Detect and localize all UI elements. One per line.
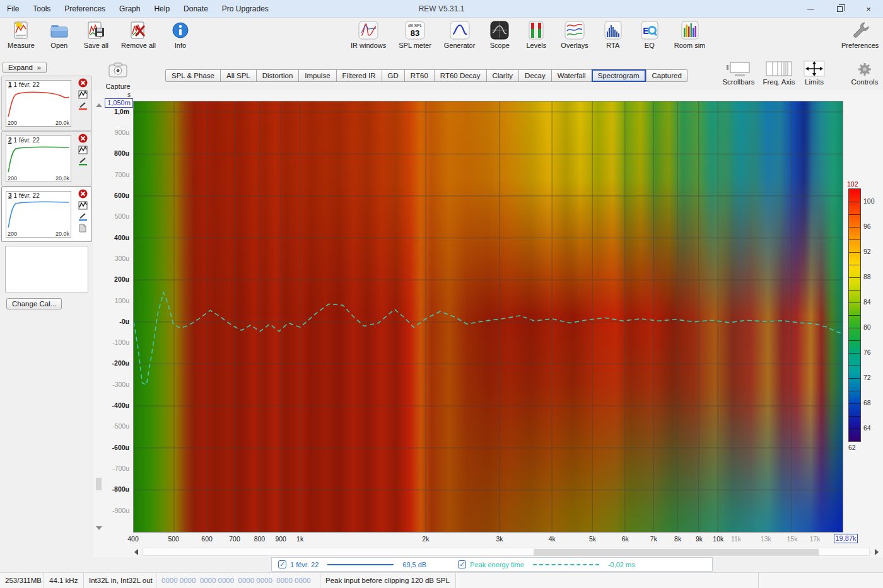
scroll-left-icon[interactable] (134, 549, 138, 555)
change-cal-button[interactable]: Change Cal... (6, 298, 62, 309)
rew-app-window: File Tools Preferences Graph Help Donate… (0, 0, 883, 588)
tab-gd[interactable]: GD (382, 69, 404, 82)
trace-color-icon[interactable] (78, 101, 88, 110)
x-tick-label: 17k (809, 535, 820, 543)
tab-distortion[interactable]: Distortion (256, 69, 299, 82)
freq-axis-button[interactable]: Freq. Axis (759, 61, 798, 86)
restore-icon (837, 6, 843, 12)
y-axis-top-limit[interactable]: 1,050m (105, 98, 133, 108)
generator-button[interactable]: Generator (441, 19, 478, 50)
tab-impulse[interactable]: Impulse (298, 69, 336, 82)
measurement-card-1[interactable]: 11 févr. 22 200 20,0k (1, 76, 92, 131)
x-tick-label: 6k (622, 535, 629, 543)
y-tick-label: 900u (115, 129, 129, 136)
menu-pro-upgrades[interactable]: Pro Upgrades (215, 0, 276, 18)
spl-meter-button[interactable]: dB SPL 83 SPL meter (396, 19, 434, 50)
scrollbars-icon (726, 61, 751, 77)
x-tick-label: 7k (650, 535, 657, 543)
menu-tools[interactable]: Tools (26, 0, 57, 18)
colorbar (848, 188, 861, 442)
y-tick-label: 200u (114, 275, 129, 283)
delete-measurement-icon[interactable] (78, 134, 88, 143)
camera-icon (105, 61, 131, 79)
graph-tab-bar: SPL & Phase All SPL Distortion Impulse F… (165, 69, 688, 82)
close-button[interactable]: × (854, 0, 883, 18)
measurement-notes-box[interactable] (5, 246, 88, 292)
trace-color-icon[interactable] (78, 157, 88, 166)
menu-preferences[interactable]: Preferences (57, 0, 112, 18)
scope-button[interactable]: Scope (485, 19, 514, 50)
rta-icon (602, 20, 624, 40)
menu-file[interactable]: File (0, 0, 26, 18)
y-tick-label: 800u (114, 149, 129, 157)
legend-bar: ✓ 1 févr. 22 69,5 dB ✓ Peak energy time … (271, 557, 713, 572)
x-scroll-track[interactable] (142, 548, 870, 556)
info-button[interactable]: Info (166, 19, 195, 50)
delete-measurement-icon[interactable] (78, 78, 88, 88)
rta-button[interactable]: RTA (599, 19, 628, 50)
x-tick-label: 800 (254, 535, 266, 543)
y-tick-label: -0u (119, 318, 129, 325)
x-tick-label: 400 (127, 535, 139, 543)
tab-rt60[interactable]: RT60 (404, 69, 434, 82)
trace-color-icon[interactable] (78, 212, 88, 221)
scroll-right-icon[interactable] (875, 549, 879, 555)
room-sim-button[interactable]: Room sim (672, 19, 708, 50)
minimize-button[interactable] (796, 0, 825, 18)
tab-all-spl[interactable]: All SPL (220, 69, 256, 82)
view-buttons: Scrollbars Freq. Axis Limits (720, 61, 879, 89)
y-tick-label: -200u (112, 359, 129, 367)
expand-button[interactable]: Expand » (3, 62, 47, 73)
tab-captured[interactable]: Captured (646, 69, 688, 82)
overlays-button[interactable]: Overlays (558, 19, 590, 50)
delete-measurement-icon[interactable] (78, 189, 88, 199)
tab-clarity[interactable]: Clarity (486, 69, 519, 82)
y-axis-labels: 1,0m900u800u700u600u500u400u300u200u100u… (100, 101, 131, 533)
spectrogram-plot[interactable] (133, 101, 843, 533)
restore-button[interactable] (825, 0, 854, 18)
save-measurement-icon[interactable] (78, 146, 88, 154)
tab-rt60-decay[interactable]: RT60 Decay (434, 69, 486, 82)
x-scrollbar[interactable] (133, 547, 879, 556)
levels-button[interactable]: Levels (522, 19, 551, 50)
tab-spl-phase[interactable]: SPL & Phase (165, 69, 220, 82)
x-scroll-thumb[interactable] (534, 549, 819, 556)
measurement-card-3[interactable]: 31 févr. 22 200 20,0k (1, 187, 92, 242)
menu-graph[interactable]: Graph (112, 0, 147, 18)
capture-button[interactable]: Capture (103, 61, 133, 90)
measure-button[interactable]: Measure (5, 19, 37, 50)
eq-button[interactable]: E EQ (635, 19, 664, 50)
measurement-thumbnail: 31 févr. 22 200 20,0k (6, 191, 71, 238)
tab-decay[interactable]: Decay (518, 69, 551, 82)
scrollbars-button[interactable]: Scrollbars (720, 61, 757, 86)
tab-filtered-ir[interactable]: Filtered IR (336, 69, 382, 82)
scope-icon (488, 20, 511, 40)
tab-waterfall[interactable]: Waterfall (551, 69, 592, 82)
save-measurement-icon[interactable] (78, 201, 88, 210)
ir-windows-button[interactable]: IR windows (348, 19, 389, 50)
x-axis-labels: 4005006007008009001k2k3k4k5k6k7k8k9k10k1… (133, 533, 843, 546)
notes-icon[interactable] (78, 224, 87, 233)
save-measurement-icon[interactable] (78, 90, 88, 99)
measurement-card-2[interactable]: 21 févr. 22 200 20,0k (1, 131, 92, 187)
open-button[interactable]: Open (45, 19, 74, 50)
y-tick-label: 600u (114, 192, 129, 199)
controls-button[interactable]: Controls (850, 62, 879, 86)
colorbar-tick-label: 100 (863, 197, 875, 205)
save-all-button[interactable]: Save all (81, 19, 111, 50)
x-tick-label: 600 (201, 535, 213, 543)
series1-checkbox[interactable]: ✓ (278, 560, 286, 568)
y-tick-label: 100u (115, 297, 129, 304)
preferences-button[interactable]: Preferences (839, 19, 881, 50)
menu-donate[interactable]: Donate (177, 0, 215, 18)
series2-checkbox[interactable]: ✓ (458, 560, 466, 568)
status-input-bits: 0000 0000 0000 0000 0000 0000 0000 0000 (156, 573, 320, 588)
remove-all-button[interactable]: Remove all (119, 19, 158, 50)
limits-button[interactable]: Limits (800, 61, 829, 86)
x-axis-right-limit[interactable]: 19,87k (834, 534, 858, 543)
y-tick-label: -600u (112, 444, 129, 451)
menu-help[interactable]: Help (147, 0, 177, 18)
tab-spectrogram[interactable]: Spectrogram (592, 69, 646, 82)
x-tick-label: 11k (731, 535, 741, 543)
x-tick-label: 700 (229, 535, 240, 543)
